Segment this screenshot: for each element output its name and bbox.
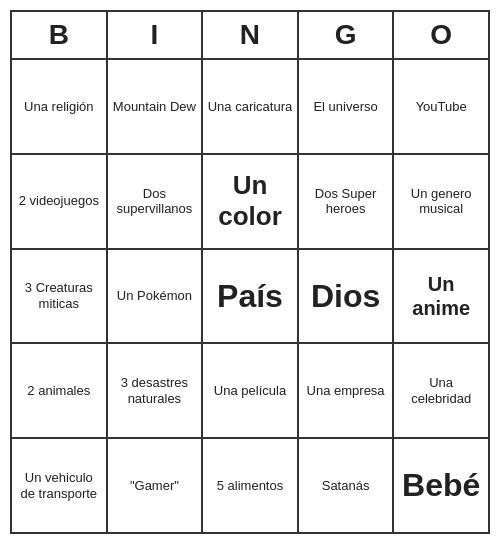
- bingo-cell-1-1: Dos supervillanos: [108, 155, 204, 248]
- bingo-row-3: 2 animales3 desastres naturalesUna pelíc…: [12, 344, 488, 439]
- bingo-row-1: 2 videojuegosDos supervillanosUn colorDo…: [12, 155, 488, 250]
- bingo-cell-2-4: Un anime: [394, 250, 488, 343]
- bingo-cell-2-3: Dios: [299, 250, 395, 343]
- bingo-cell-3-1: 3 desastres naturales: [108, 344, 204, 437]
- bingo-cell-4-0: Un vehiculo de transporte: [12, 439, 108, 532]
- header-letter-o: O: [394, 12, 488, 58]
- bingo-cell-0-3: El universo: [299, 60, 395, 153]
- bingo-cell-3-2: Una película: [203, 344, 299, 437]
- bingo-row-0: Una religiónMountain DewUna caricaturaEl…: [12, 60, 488, 155]
- bingo-cell-1-2: Un color: [203, 155, 299, 248]
- bingo-header: BINGO: [12, 12, 488, 60]
- bingo-card: BINGO Una religiónMountain DewUna carica…: [10, 10, 490, 534]
- header-letter-n: N: [203, 12, 299, 58]
- bingo-cell-0-2: Una caricatura: [203, 60, 299, 153]
- bingo-cell-1-4: Un genero musical: [394, 155, 488, 248]
- bingo-cell-1-0: 2 videojuegos: [12, 155, 108, 248]
- bingo-cell-3-0: 2 animales: [12, 344, 108, 437]
- bingo-cell-4-1: "Gamer": [108, 439, 204, 532]
- bingo-cell-3-3: Una empresa: [299, 344, 395, 437]
- bingo-cell-4-4: Bebé: [394, 439, 488, 532]
- bingo-row-2: 3 Creaturas miticasUn PokémonPaísDiosUn …: [12, 250, 488, 345]
- header-letter-b: B: [12, 12, 108, 58]
- bingo-cell-0-1: Mountain Dew: [108, 60, 204, 153]
- bingo-cell-2-2: País: [203, 250, 299, 343]
- bingo-cell-0-4: YouTube: [394, 60, 488, 153]
- bingo-cell-1-3: Dos Super heroes: [299, 155, 395, 248]
- header-letter-i: I: [108, 12, 204, 58]
- bingo-cell-0-0: Una religión: [12, 60, 108, 153]
- bingo-cell-2-0: 3 Creaturas miticas: [12, 250, 108, 343]
- bingo-cell-4-2: 5 alimentos: [203, 439, 299, 532]
- bingo-grid: Una religiónMountain DewUna caricaturaEl…: [12, 60, 488, 532]
- bingo-cell-4-3: Satanás: [299, 439, 395, 532]
- bingo-cell-2-1: Un Pokémon: [108, 250, 204, 343]
- bingo-row-4: Un vehiculo de transporte"Gamer"5 alimen…: [12, 439, 488, 532]
- header-letter-g: G: [299, 12, 395, 58]
- bingo-cell-3-4: Una celebridad: [394, 344, 488, 437]
